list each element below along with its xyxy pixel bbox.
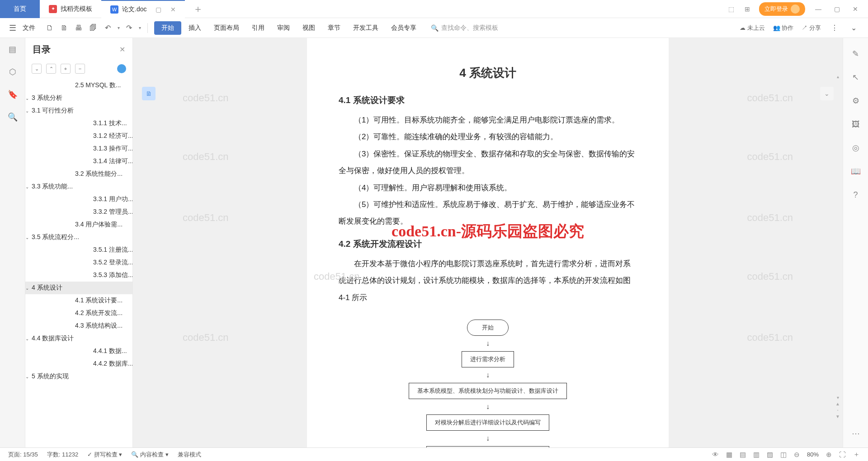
spellcheck-button[interactable]: ✓ 拼写检查 ▾ bbox=[87, 451, 122, 459]
pen-icon[interactable]: ✎ bbox=[851, 49, 861, 59]
add-icon[interactable]: + bbox=[61, 64, 71, 74]
zoom-level[interactable]: 80% bbox=[807, 451, 819, 458]
new-tab-button[interactable]: ＋ bbox=[185, 2, 211, 16]
view3-icon[interactable]: ▥ bbox=[753, 451, 760, 459]
toc-item[interactable]: 3.5.1 注册流... bbox=[25, 244, 132, 256]
page-options-icon[interactable]: ⌄ bbox=[820, 87, 834, 100]
ruler-icon[interactable]: ◫ bbox=[780, 451, 787, 459]
collapse-all-icon[interactable]: ⌄ bbox=[32, 64, 42, 74]
tab-templates[interactable]: ✦ 找稻壳模板 bbox=[40, 0, 101, 18]
target-icon[interactable]: ◎ bbox=[851, 143, 861, 153]
toc-item[interactable]: 3.1.1 技术... bbox=[25, 117, 132, 130]
collapse-icon[interactable]: ⌄ bbox=[848, 23, 859, 33]
page-down-icon[interactable]: ▼ bbox=[835, 414, 841, 420]
cursor-icon[interactable]: ↖ bbox=[851, 72, 861, 82]
share-button[interactable]: ↗ 分享 bbox=[802, 24, 821, 32]
print-icon[interactable]: 🖶 bbox=[73, 23, 84, 33]
scroll-down-icon[interactable]: ▾ bbox=[835, 395, 841, 401]
search-box[interactable]: 🔍 查找命令、搜索模板 bbox=[431, 24, 498, 32]
ribbon-tab-4[interactable]: 审阅 bbox=[272, 21, 295, 35]
image-icon[interactable]: 🖼 bbox=[851, 119, 861, 129]
toc-item[interactable]: 4.4.2 数据库... bbox=[25, 358, 132, 370]
more-icon[interactable]: ⋯ bbox=[851, 428, 861, 438]
view4-icon[interactable]: ▨ bbox=[767, 451, 773, 459]
toc-item[interactable]: 3.1.2 经济可... bbox=[25, 130, 132, 142]
preview-icon[interactable]: 🗐 bbox=[88, 23, 99, 33]
toc-item[interactable]: ⌄3.1 可行性分析 bbox=[25, 104, 132, 117]
toc-item[interactable]: 4.2 系统开发流... bbox=[25, 307, 132, 320]
toc-item[interactable]: 4.4.1 数据... bbox=[25, 345, 132, 358]
page-marker-icon[interactable]: 🗎 bbox=[142, 87, 156, 100]
tab-document[interactable]: W 论文.doc ▢ ✕ bbox=[101, 0, 185, 18]
toc-item[interactable]: 4.3 系统结构设... bbox=[25, 320, 132, 332]
ribbon-tab-1[interactable]: 插入 bbox=[183, 21, 207, 35]
more-icon[interactable]: ⋮ bbox=[829, 23, 840, 33]
package-icon[interactable]: ⬡ bbox=[8, 67, 18, 77]
toc-item[interactable]: ⌄4 系统设计 bbox=[25, 282, 132, 294]
file-menu[interactable]: 文件 bbox=[23, 24, 35, 32]
page-nav-icon[interactable]: ◦ bbox=[835, 408, 841, 414]
toc-badge-icon[interactable] bbox=[117, 64, 126, 73]
layout-icon[interactable]: ⬚ bbox=[726, 5, 736, 14]
maximize-button[interactable]: ▢ bbox=[831, 5, 843, 13]
toc-item[interactable]: 3.1.3 操作可... bbox=[25, 142, 132, 155]
zoom-out-icon[interactable]: ⊖ bbox=[794, 451, 800, 459]
help-icon[interactable]: ? bbox=[851, 190, 861, 200]
expand-all-icon[interactable]: ⌃ bbox=[46, 64, 56, 74]
tab-home[interactable]: 首页 bbox=[0, 0, 40, 18]
book-icon[interactable]: 📖 bbox=[851, 166, 861, 176]
page-up-icon[interactable]: ▲ bbox=[835, 401, 841, 408]
toc-item[interactable]: 3.1.4 法律可... bbox=[25, 155, 132, 168]
view2-icon[interactable]: ▤ bbox=[740, 451, 746, 459]
toc-item[interactable]: 3.4 用户体验需... bbox=[25, 218, 132, 231]
ribbon-tab-6[interactable]: 章节 bbox=[322, 21, 346, 35]
document-area[interactable]: 🗎 ⌄ 4 系统设计 4.1 系统设计要求 （1）可用性。目标系统功能齐全，能够… bbox=[133, 38, 843, 447]
menu-icon[interactable]: ☰ bbox=[9, 23, 16, 33]
toc-item[interactable]: 4.1 系统设计要... bbox=[25, 294, 132, 307]
settings-icon[interactable]: ⚙ bbox=[851, 96, 861, 106]
ribbon-tab-3[interactable]: 引用 bbox=[246, 21, 270, 35]
remove-icon[interactable]: − bbox=[75, 64, 85, 74]
saveas-icon[interactable]: 🗎 bbox=[59, 23, 70, 33]
add-page-icon[interactable]: ＋ bbox=[853, 450, 860, 459]
save-icon[interactable]: 🗋 bbox=[44, 23, 55, 33]
redo-icon[interactable]: ↷ bbox=[123, 23, 134, 33]
word-count[interactable]: 字数: 11232 bbox=[47, 451, 78, 459]
ribbon-tab-5[interactable]: 视图 bbox=[297, 21, 321, 35]
toc-item[interactable]: 2.5 MYSQL 数... bbox=[25, 79, 132, 92]
window-icon[interactable]: ▢ bbox=[156, 6, 161, 13]
ribbon-tab-0[interactable]: 开始 bbox=[154, 21, 181, 35]
toc-item[interactable]: 3.3.2 管理员... bbox=[25, 206, 132, 218]
ribbon-tab-8[interactable]: 会员专享 bbox=[386, 21, 422, 35]
toc-item[interactable]: 3.2 系统性能分... bbox=[25, 168, 132, 180]
toc-item[interactable]: ⌄3 系统分析 bbox=[25, 92, 132, 104]
toc-item[interactable]: ⌄3.5 系统流程分... bbox=[25, 231, 132, 244]
undo-dropdown[interactable]: ▾ bbox=[118, 25, 120, 30]
login-button[interactable]: 立即登录 bbox=[759, 2, 805, 16]
cloud-status[interactable]: ☁ 未上云 bbox=[740, 24, 765, 32]
minimize-button[interactable]: — bbox=[812, 5, 824, 13]
toc-item[interactable]: ⌄4.4 数据库设计 bbox=[25, 332, 132, 345]
fullscreen-icon[interactable]: ⛶ bbox=[839, 451, 846, 458]
toc-close-icon[interactable]: ✕ bbox=[119, 45, 125, 54]
outline-icon[interactable]: ▤ bbox=[8, 44, 18, 54]
toc-item[interactable]: ⌄3.3 系统功能... bbox=[25, 180, 132, 193]
undo-icon[interactable]: ↶ bbox=[102, 23, 113, 33]
eye-icon[interactable]: 👁 bbox=[712, 451, 719, 458]
close-icon[interactable]: ✕ bbox=[170, 6, 176, 13]
vertical-scrollbar[interactable]: ▴ ▾ ▲ ◦ ▼ bbox=[835, 74, 841, 420]
toc-item[interactable]: 3.5.2 登录流... bbox=[25, 256, 132, 269]
content-check-button[interactable]: 🔍 内容检查 ▾ bbox=[131, 451, 168, 459]
grid-icon[interactable]: ⊞ bbox=[743, 5, 752, 14]
scroll-up-icon[interactable]: ▴ bbox=[835, 74, 841, 80]
ribbon-tab-2[interactable]: 页面布局 bbox=[208, 21, 245, 35]
toc-item[interactable]: 3.5.3 添加信... bbox=[25, 269, 132, 282]
close-button[interactable]: ✕ bbox=[850, 5, 861, 13]
collab-button[interactable]: 👥 协作 bbox=[773, 24, 794, 32]
find-icon[interactable]: 🔍 bbox=[8, 112, 18, 122]
toc-item[interactable]: 3.3.1 用户功... bbox=[25, 193, 132, 206]
redo-dropdown[interactable]: ▾ bbox=[139, 25, 141, 30]
zoom-in-icon[interactable]: ⊕ bbox=[826, 451, 832, 459]
view1-icon[interactable]: ▦ bbox=[726, 451, 732, 459]
page-indicator[interactable]: 页面: 15/35 bbox=[8, 451, 38, 459]
